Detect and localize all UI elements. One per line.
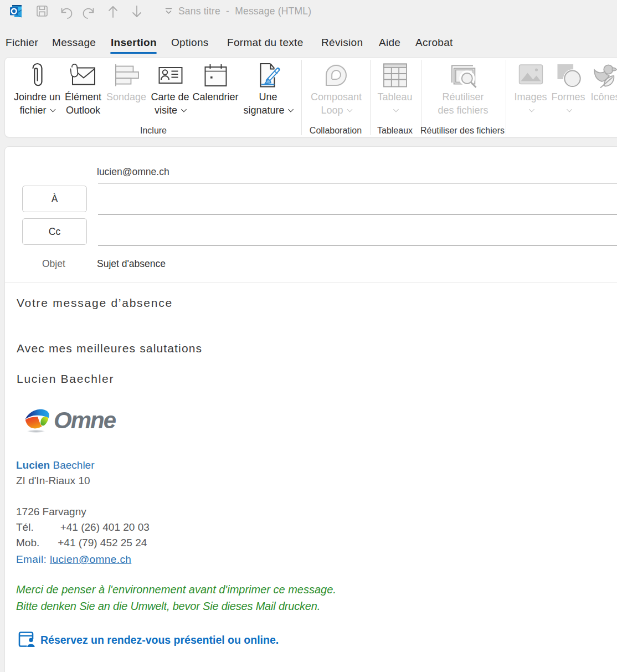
- svg-text:Omne: Omne: [54, 407, 116, 433]
